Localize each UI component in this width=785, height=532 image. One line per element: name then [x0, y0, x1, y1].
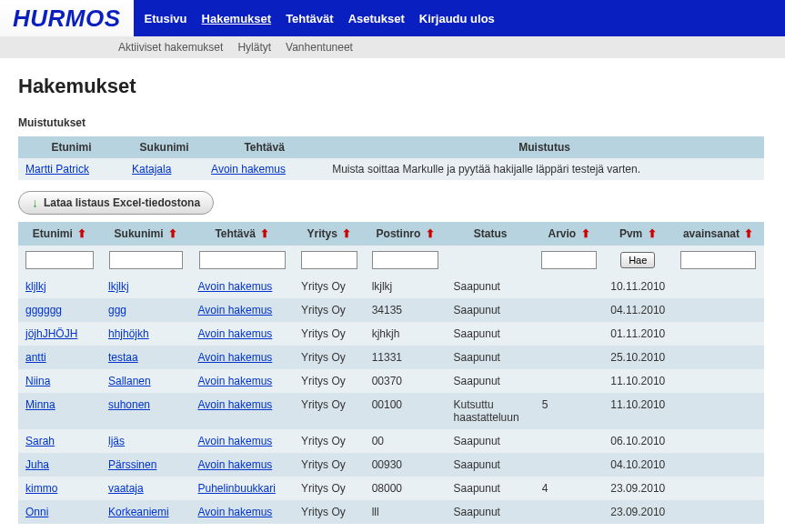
header: HURMOS EtusivuHakemuksetTehtävätAsetukse… [0, 0, 785, 36]
filter-input-2[interactable] [199, 251, 286, 269]
cell-link-etunimi[interactable]: Minna [25, 398, 55, 411]
cell-link-tehtava[interactable]: Avoin hakemus [198, 398, 273, 411]
reminders-text: Muista soittaa Markulle ja pyytää hakija… [325, 158, 764, 180]
cell-link-etunimi[interactable]: Sarah [25, 435, 55, 447]
listing-col-4[interactable]: Postinro ⬆ [365, 222, 447, 246]
sort-arrow-icon[interactable]: ⬆ [260, 227, 269, 240]
listing-col-6[interactable]: Arvio ⬆ [535, 222, 603, 246]
listing-col-1[interactable]: Sukunimi ⬆ [101, 222, 191, 246]
nav-secondary-item-2[interactable]: Vanhentuneet [286, 41, 353, 54]
cell-status: Saapunut [447, 275, 535, 298]
cell-link-sukunimi[interactable]: lkjlkj [108, 280, 129, 293]
cell-yritys: Yritys Oy [294, 393, 365, 429]
cell-yritys: Yritys Oy [294, 500, 365, 524]
sort-arrow-icon[interactable]: ⬆ [744, 227, 753, 240]
cell-link-tehtava[interactable]: Avoin hakemus [198, 327, 273, 340]
filter-input-0[interactable] [25, 251, 94, 269]
cell-status: Saapunut [447, 322, 535, 346]
cell-avainsanat [672, 346, 764, 369]
reminders-col-3: Muistutus [325, 136, 764, 158]
nav-primary-item-0[interactable]: Etusivu [143, 8, 189, 29]
sort-arrow-icon[interactable]: ⬆ [342, 227, 351, 240]
cell-postinro: lll [365, 500, 447, 524]
cell-link-etunimi[interactable]: kimmo [25, 482, 57, 495]
page-title: Hakemukset [18, 75, 764, 98]
filter-input-8[interactable] [680, 251, 756, 269]
cell-link-tehtava[interactable]: Avoin hakemus [198, 351, 273, 364]
nav-primary-item-4[interactable]: Kirjaudu ulos [418, 8, 497, 29]
cell-link-etunimi[interactable]: kljlkj [25, 280, 46, 293]
cell-link-sukunimi[interactable]: Sallanen [108, 375, 151, 387]
cell-avainsanat [672, 275, 764, 298]
cell-pvm: 23.09.2010 [603, 500, 672, 524]
cell-postinro: 00370 [365, 369, 447, 393]
cell-link-etunimi[interactable]: jöjhJHÖJH [25, 327, 77, 340]
sort-arrow-icon[interactable]: ⬆ [426, 227, 435, 240]
cell-yritys: Yritys Oy [294, 275, 365, 298]
cell-link-sukunimi[interactable]: suhonen [108, 398, 150, 411]
cell-link-etunimi[interactable]: gggggg [25, 304, 62, 316]
sort-arrow-icon[interactable]: ⬆ [581, 227, 590, 240]
logo: HURMOS [0, 5, 134, 33]
filter-input-3[interactable] [301, 251, 358, 269]
cell-pvm: 10.11.2010 [603, 275, 672, 298]
cell-link-etunimi[interactable]: Niina [25, 375, 50, 387]
cell-link-tehtava[interactable]: Avoin hakemus [198, 506, 273, 518]
listing-col-0[interactable]: Etunimi ⬆ [18, 222, 101, 246]
reminders-link-tehtava[interactable]: Avoin hakemus [211, 163, 286, 176]
reminders-link-sukunimi[interactable]: Katajala [132, 163, 171, 176]
cell-link-sukunimi[interactable]: hhjhöjkh [108, 327, 149, 340]
cell-link-tehtava[interactable]: Avoin hakemus [198, 304, 273, 316]
search-button[interactable]: Hae [620, 252, 655, 268]
nav-secondary-item-1[interactable]: Hylätyt [237, 41, 271, 54]
cell-link-tehtava[interactable]: Avoin hakemus [198, 375, 273, 387]
cell-yritys: Yritys Oy [294, 369, 365, 393]
reminders-col-2: Tehtävä [204, 136, 325, 158]
cell-avainsanat [672, 453, 764, 477]
cell-pvm: 23.09.2010 [603, 477, 672, 500]
cell-link-tehtava[interactable]: Avoin hakemus [198, 280, 273, 293]
sort-arrow-icon[interactable]: ⬆ [648, 227, 657, 240]
cell-yritys: Yritys Oy [294, 429, 365, 453]
cell-link-etunimi[interactable]: Onni [25, 506, 48, 518]
cell-avainsanat [672, 369, 764, 393]
cell-link-tehtava[interactable]: Avoin hakemus [198, 458, 273, 471]
cell-link-etunimi[interactable]: Juha [25, 458, 49, 471]
listing-col-8[interactable]: avainsanat ⬆ [672, 222, 764, 246]
cell-status: Saapunut [447, 369, 535, 393]
filter-input-4[interactable] [372, 251, 439, 269]
listing-table: Etunimi ⬆Sukunimi ⬆Tehtävä ⬆Yritys ⬆Post… [18, 222, 764, 524]
cell-pvm: 04.10.2010 [603, 453, 672, 477]
download-excel-button[interactable]: ↓ Lataa listaus Excel-tiedostona [18, 191, 214, 215]
cell-link-sukunimi[interactable]: Korkeaniemi [108, 506, 169, 518]
sort-arrow-icon[interactable]: ⬆ [168, 227, 177, 240]
listing-col-7[interactable]: Pvm ⬆ [603, 222, 672, 246]
reminders-row: Martti PatrickKatajalaAvoin hakemusMuist… [18, 158, 764, 180]
sort-arrow-icon[interactable]: ⬆ [77, 227, 86, 240]
cell-link-tehtava[interactable]: Avoin hakemus [198, 435, 273, 447]
nav-primary-item-1[interactable]: Hakemukset [200, 8, 274, 29]
cell-postinro: kjhkjh [365, 322, 447, 346]
cell-link-tehtava[interactable]: Puhelinbuukkari [198, 482, 276, 495]
listing-col-5[interactable]: Status [447, 222, 535, 246]
cell-link-etunimi[interactable]: antti [25, 351, 46, 364]
table-row: gggggggggAvoin hakemusYritys Oy34135Saap… [18, 298, 764, 322]
cell-avainsanat [672, 500, 764, 524]
nav-secondary-item-0[interactable]: Aktiiviset hakemukset [118, 41, 223, 54]
listing-col-3[interactable]: Yritys ⬆ [294, 222, 365, 246]
filter-input-1[interactable] [109, 251, 183, 269]
cell-link-sukunimi[interactable]: testaa [108, 351, 138, 364]
cell-arvio [535, 369, 603, 393]
cell-link-sukunimi[interactable]: ljäs [108, 435, 125, 447]
cell-yritys: Yritys Oy [294, 346, 365, 369]
cell-link-sukunimi[interactable]: Pärssinen [108, 458, 156, 471]
nav-primary-item-3[interactable]: Asetukset [347, 8, 407, 29]
listing-col-2[interactable]: Tehtävä ⬆ [191, 222, 295, 246]
filter-input-6[interactable] [541, 251, 597, 269]
reminders-link-etunimi[interactable]: Martti Patrick [25, 163, 89, 176]
cell-link-sukunimi[interactable]: vaataja [108, 482, 144, 495]
cell-link-sukunimi[interactable]: ggg [108, 304, 126, 316]
cell-pvm: 11.10.2010 [603, 369, 672, 393]
nav-primary-item-2[interactable]: Tehtävät [284, 8, 336, 29]
cell-status: Saapunut [447, 500, 535, 524]
